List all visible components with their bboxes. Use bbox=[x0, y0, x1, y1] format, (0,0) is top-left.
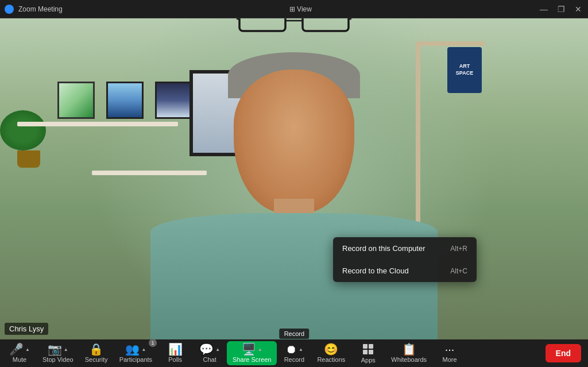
svg-point-0 bbox=[6, 6, 12, 12]
stop-video-button[interactable]: 📷 ▲ Stop Video bbox=[37, 341, 79, 365]
whiteboards-icon: 📋 bbox=[402, 343, 416, 355]
participant-video bbox=[93, 58, 495, 339]
chat-icon-area: 💬 ▲ bbox=[199, 343, 220, 355]
more-button[interactable]: ··· More bbox=[432, 341, 467, 365]
participant-name-text: Chris Lysy bbox=[9, 324, 44, 333]
svg-rect-1 bbox=[239, 18, 285, 31]
security-button[interactable]: 🔒 Security bbox=[79, 341, 114, 365]
record-chevron: ▲ bbox=[299, 347, 303, 352]
participants-label: Participants bbox=[119, 356, 152, 363]
more-label: More bbox=[443, 356, 457, 363]
participants-chevron: ▲ bbox=[141, 347, 146, 352]
mic-icon: 🎤 bbox=[9, 343, 24, 355]
security-icon: 🔒 bbox=[89, 343, 103, 355]
svg-rect-7 bbox=[369, 344, 373, 349]
mute-chevron: ▲ bbox=[25, 347, 30, 352]
svg-rect-9 bbox=[369, 350, 373, 354]
chat-chevron: ▲ bbox=[215, 347, 220, 352]
polls-icon: 📊 bbox=[168, 343, 183, 355]
meeting-toolbar: 🎤 ▲ Mute 📷 ▲ Stop Video 🔒 Security 👥 ▲ P… bbox=[0, 339, 588, 367]
plant-decoration bbox=[11, 110, 46, 168]
record-cloud-shortcut: Alt+C bbox=[450, 267, 467, 275]
svg-rect-2 bbox=[303, 18, 349, 31]
person-face bbox=[234, 69, 354, 213]
title-bar-left: Zoom Meeting bbox=[5, 5, 63, 14]
record-computer-label: Record on this Computer bbox=[342, 244, 425, 253]
mute-icon-area: 🎤 ▲ bbox=[9, 343, 30, 355]
person-glasses bbox=[237, 18, 351, 35]
minimize-button[interactable]: — bbox=[539, 5, 549, 13]
share-screen-chevron: ▲ bbox=[258, 347, 262, 352]
record-tooltip: Record bbox=[280, 329, 309, 339]
mute-button[interactable]: 🎤 ▲ Mute bbox=[2, 341, 37, 365]
chat-label: Chat bbox=[203, 356, 216, 363]
maximize-button[interactable]: ❐ bbox=[556, 5, 566, 13]
record-label: Record bbox=[284, 356, 304, 363]
record-computer-option[interactable]: Record on this Computer Alt+R bbox=[333, 237, 477, 260]
participants-icon: 👥 bbox=[125, 343, 140, 355]
view-label: ⊞ View bbox=[289, 5, 312, 13]
zoom-logo-icon bbox=[5, 5, 14, 14]
record-icon-area: ⏺ ▲ bbox=[285, 343, 303, 355]
apps-label: Apps bbox=[361, 357, 376, 364]
record-cloud-option[interactable]: Record to the Cloud Alt+C bbox=[333, 260, 477, 282]
participants-icon-area: 👥 ▲ bbox=[125, 343, 146, 355]
title-bar-controls: — ❐ ✕ bbox=[539, 5, 583, 13]
video-icon: 📷 bbox=[48, 343, 62, 355]
end-meeting-button[interactable]: End bbox=[546, 344, 581, 362]
record-icon: ⏺ bbox=[285, 343, 297, 355]
video-area: ARTSPACE Chris Lysy bbox=[0, 18, 588, 339]
painting-1 bbox=[57, 82, 95, 119]
participant-name-badge: Chris Lysy bbox=[5, 323, 48, 335]
stop-video-icon-area: 📷 ▲ bbox=[48, 343, 68, 355]
view-button[interactable]: ⊞ View bbox=[289, 5, 312, 13]
apps-icon bbox=[362, 343, 374, 356]
close-button[interactable]: ✕ bbox=[573, 5, 583, 13]
participants-button[interactable]: 👥 ▲ Participants 1 bbox=[114, 341, 158, 365]
chat-icon: 💬 bbox=[199, 343, 214, 355]
whiteboards-label: Whiteboards bbox=[391, 356, 427, 363]
title-bar: Zoom Meeting ⊞ View — ❐ ✕ bbox=[0, 0, 588, 18]
polls-button[interactable]: 📊 Polls bbox=[158, 341, 192, 365]
whiteboards-button[interactable]: 📋 Whiteboards bbox=[385, 341, 432, 365]
share-screen-icon-area: 🖥️ ▲ bbox=[242, 343, 262, 355]
apps-button[interactable]: Apps bbox=[351, 341, 385, 366]
polls-label: Polls bbox=[168, 356, 182, 363]
record-button[interactable]: Record ⏺ ▲ Record bbox=[277, 341, 311, 365]
stop-video-chevron: ▲ bbox=[64, 347, 68, 352]
record-computer-shortcut: Alt+R bbox=[450, 245, 467, 253]
screen-share-icon: 🖥️ bbox=[242, 343, 256, 355]
svg-rect-8 bbox=[363, 350, 368, 354]
mute-label: Mute bbox=[13, 356, 26, 363]
participants-count-badge: 1 bbox=[149, 339, 157, 347]
window-title: Zoom Meeting bbox=[18, 5, 63, 13]
chat-button[interactable]: 💬 ▲ Chat bbox=[192, 341, 227, 365]
record-dropdown-menu: Record on this Computer Alt+R Record to … bbox=[333, 237, 477, 282]
glasses-svg bbox=[237, 18, 351, 35]
record-cloud-label: Record to the Cloud bbox=[342, 266, 409, 275]
reactions-icon: 😊 bbox=[324, 343, 338, 355]
security-label: Security bbox=[85, 356, 108, 363]
reactions-button[interactable]: 😊 Reactions bbox=[311, 341, 351, 365]
stop-video-label: Stop Video bbox=[42, 356, 74, 363]
svg-rect-6 bbox=[363, 344, 368, 349]
share-screen-button[interactable]: 🖥️ ▲ Share Screen bbox=[227, 341, 277, 365]
share-screen-label: Share Screen bbox=[233, 356, 271, 363]
reactions-label: Reactions bbox=[317, 356, 345, 363]
more-icon: ··· bbox=[445, 343, 455, 355]
